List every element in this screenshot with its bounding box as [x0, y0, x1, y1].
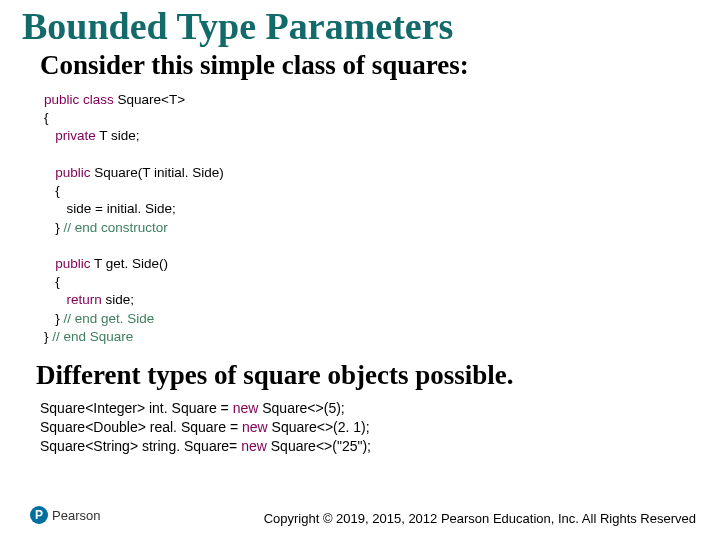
code-text: Square<Integer> int. Square =: [40, 400, 233, 416]
code-comment: // end Square: [52, 329, 133, 344]
code-text: Square<String> string. Square=: [40, 438, 241, 454]
code-text: Square<T>: [114, 92, 185, 107]
code-block-1: public class Square<T> { private T side;…: [44, 91, 690, 346]
code-text: Square<>(2. 1);: [268, 419, 370, 435]
code-keyword: new: [242, 419, 268, 435]
code-keyword: private: [44, 128, 96, 143]
code-text: {: [44, 183, 60, 198]
code-text: side;: [102, 292, 134, 307]
publisher-logo: P Pearson: [30, 506, 100, 524]
code-text: side = initial. Side;: [44, 201, 176, 216]
code-keyword: new: [233, 400, 259, 416]
code-text: {: [44, 274, 60, 289]
logo-text: Pearson: [52, 508, 100, 523]
code-block-2: Square<Integer> int. Square = new Square…: [40, 399, 690, 456]
slide: Bounded Type Parameters Consider this si…: [0, 0, 720, 540]
slide-subtitle-2: Different types of square objects possib…: [36, 360, 690, 391]
code-text: }: [44, 311, 64, 326]
code-comment: // end constructor: [64, 220, 168, 235]
copyright-text: Copyright © 2019, 2015, 2012 Pearson Edu…: [264, 511, 696, 526]
code-text: }: [44, 220, 64, 235]
code-text: Square<Double> real. Square =: [40, 419, 242, 435]
code-text: {: [44, 110, 49, 125]
slide-subtitle-1: Consider this simple class of squares:: [40, 50, 690, 81]
code-text: T side;: [96, 128, 140, 143]
logo-icon: P: [30, 506, 48, 524]
slide-title: Bounded Type Parameters: [22, 4, 690, 48]
code-keyword: public: [44, 92, 79, 107]
code-keyword: class: [79, 92, 114, 107]
code-text: T get. Side(): [91, 256, 169, 271]
code-text: Square(T initial. Side): [91, 165, 224, 180]
code-text: Square<>(5);: [258, 400, 344, 416]
code-text: Square<>("25");: [267, 438, 371, 454]
code-comment: // end get. Side: [64, 311, 155, 326]
code-keyword: new: [241, 438, 267, 454]
code-keyword: return: [44, 292, 102, 307]
code-keyword: public: [44, 165, 91, 180]
code-keyword: public: [44, 256, 91, 271]
